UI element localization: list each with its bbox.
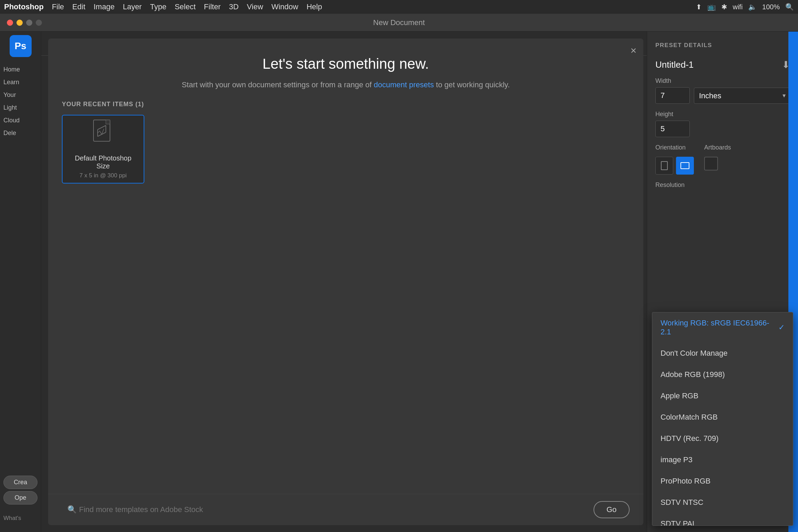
- menu-file[interactable]: File: [52, 2, 64, 11]
- orientation-label: Orientation: [655, 144, 694, 151]
- width-field: Width Inches Pixels Centimeters Millimet…: [655, 77, 790, 104]
- artboards-section: Artboards: [704, 144, 731, 175]
- extra-button: [36, 20, 42, 26]
- dialog-subtitle-text: Start with your own document settings or…: [182, 80, 372, 89]
- minimize-button[interactable]: [16, 20, 23, 26]
- dropdown-item-9[interactable]: SDTV PAL: [652, 513, 793, 525]
- width-row: Inches Pixels Centimeters Millimeters ▾: [655, 87, 790, 104]
- svg-rect-1: [106, 120, 110, 124]
- ps-logo: Ps: [10, 35, 32, 57]
- sidebar-item-learn[interactable]: Learn: [0, 77, 41, 88]
- width-input[interactable]: [655, 87, 690, 104]
- recent-items-label: YOUR RECENT ITEMS (1): [62, 101, 630, 108]
- svg-rect-9: [661, 162, 667, 170]
- orientation-section: Orientation: [655, 144, 694, 175]
- volume-icon[interactable]: 🔈: [748, 3, 757, 11]
- menu-filter[interactable]: Filter: [204, 2, 221, 11]
- document-presets-link[interactable]: document presets: [374, 80, 434, 89]
- dropdown-item-2[interactable]: Adobe RGB (1998): [652, 364, 793, 385]
- main-panel: 🕐 Recent Saved Photo Print Art & Illustr…: [41, 32, 798, 532]
- landscape-button[interactable]: [676, 157, 694, 175]
- artboards-checkbox[interactable]: [704, 157, 718, 170]
- right-panel: PRESET DETAILS ⬇ Width Inches: [647, 32, 798, 532]
- fullscreen-button[interactable]: [26, 20, 32, 26]
- menu-view[interactable]: View: [247, 2, 263, 11]
- unit-select-wrap: Inches Pixels Centimeters Millimeters ▾: [694, 88, 790, 104]
- height-input[interactable]: [655, 121, 690, 137]
- wifi-icon: wifi: [733, 3, 743, 11]
- search-icon: 🔍: [67, 505, 77, 514]
- dropdown-item-8[interactable]: SDTV NTSC: [652, 492, 793, 513]
- menu-help[interactable]: Help: [307, 2, 322, 11]
- dialog-close-button[interactable]: ×: [630, 45, 636, 56]
- sidebar-item-home[interactable]: Home: [0, 64, 41, 75]
- battery-percent: 100%: [762, 3, 780, 11]
- orientation-artboards: Orientation: [655, 144, 790, 175]
- traffic-lights: [7, 20, 42, 26]
- menu-edit[interactable]: Edit: [72, 2, 85, 11]
- dropdown-item-7[interactable]: ProPhoto RGB: [652, 470, 793, 492]
- dialog-subtitle-end: to get working quickly.: [436, 80, 510, 89]
- svg-rect-10: [681, 163, 689, 169]
- dropdown-scroll[interactable]: Working RGB: sRGB IEC61966-2.1 ✓ Don't C…: [652, 312, 793, 525]
- search-bar: 🔍 Go: [48, 494, 643, 525]
- preset-name-input[interactable]: [655, 59, 778, 70]
- upload-icon[interactable]: ⬆: [696, 3, 702, 11]
- dropdown-item-3[interactable]: Apple RGB: [652, 385, 793, 407]
- height-label: Height: [655, 111, 790, 118]
- cast-icon[interactable]: 📺: [707, 3, 716, 11]
- color-profile-dropdown: Working RGB: sRGB IEC61966-2.1 ✓ Don't C…: [652, 312, 793, 526]
- create-button[interactable]: Crea: [3, 476, 37, 489]
- height-field: Height: [655, 111, 790, 137]
- preset-name-row: ⬇: [655, 59, 790, 70]
- dropdown-item-6[interactable]: image P3: [652, 449, 793, 470]
- ps-window: New Document Ps Home Learn Your Light Cl…: [0, 14, 798, 532]
- menu-type[interactable]: Type: [150, 2, 166, 11]
- sidebar-bottom: Crea Ope What's: [0, 474, 41, 532]
- close-button[interactable]: [7, 20, 13, 26]
- svg-line-2: [98, 125, 106, 130]
- menu-bar: Photoshop File Edit Image Layer Type Sel…: [0, 0, 798, 14]
- sidebar-item-dele[interactable]: Dele: [0, 128, 41, 139]
- resolution-label: Resolution: [655, 181, 790, 189]
- search-input[interactable]: [62, 502, 588, 518]
- recent-item[interactable]: Default Photoshop Size 7 x 5 in @ 300 pp…: [62, 115, 144, 184]
- height-row: [655, 121, 790, 137]
- menu-select[interactable]: Select: [175, 2, 196, 11]
- search-go-button[interactable]: Go: [594, 501, 630, 518]
- dropdown-item-4[interactable]: ColorMatch RGB: [652, 407, 793, 428]
- menu-window[interactable]: Window: [271, 2, 298, 11]
- app-name: Photoshop: [4, 2, 44, 11]
- check-icon: ✓: [778, 323, 785, 332]
- dialog-header: Let's start something new. Start with yo…: [48, 38, 643, 101]
- preset-details-label: PRESET DETAILS: [655, 42, 790, 49]
- bluetooth-icon: ✱: [721, 3, 727, 11]
- menu-image[interactable]: Image: [93, 2, 114, 11]
- open-button[interactable]: Ope: [3, 491, 37, 505]
- menu-right-icons: ⬆ 📺 ✱ wifi 🔈 100% 🔍: [696, 3, 794, 11]
- whats-new-label: What's: [0, 511, 41, 525]
- search-icon[interactable]: 🔍: [785, 3, 794, 11]
- file-icon: [93, 119, 113, 149]
- dialog-main: × Let's start something new. Start with …: [48, 38, 643, 525]
- sidebar-item-your[interactable]: Your: [0, 89, 41, 101]
- sidebar-item-cloud[interactable]: Cloud: [0, 115, 41, 126]
- dropdown-item-0[interactable]: Working RGB: sRGB IEC61966-2.1 ✓: [652, 312, 793, 343]
- portrait-button[interactable]: [655, 157, 673, 175]
- menu-3d[interactable]: 3D: [229, 2, 239, 11]
- resolution-area: Resolution Working RGB: sRGB IEC61966-2.…: [655, 181, 790, 191]
- window-title: New Document: [373, 18, 425, 27]
- dropdown-item-1[interactable]: Don't Color Manage: [652, 343, 793, 364]
- dropdown-item-5[interactable]: HDTV (Rec. 709): [652, 428, 793, 449]
- menu-layer[interactable]: Layer: [123, 2, 142, 11]
- recent-section: YOUR RECENT ITEMS (1): [48, 101, 643, 494]
- title-bar: New Document: [0, 14, 798, 32]
- search-input-wrap: 🔍: [62, 502, 588, 518]
- dialog-title: Let's start something new.: [62, 56, 630, 72]
- sidebar: Ps Home Learn Your Light Cloud Dele Crea…: [0, 32, 41, 532]
- artboards-label: Artboards: [704, 144, 731, 151]
- recent-item-size: 7 x 5 in @ 300 ppi: [79, 172, 126, 179]
- sidebar-item-light[interactable]: Light: [0, 102, 41, 113]
- unit-select[interactable]: Inches Pixels Centimeters Millimeters: [694, 88, 790, 104]
- content-area: Ps Home Learn Your Light Cloud Dele Crea…: [0, 32, 798, 532]
